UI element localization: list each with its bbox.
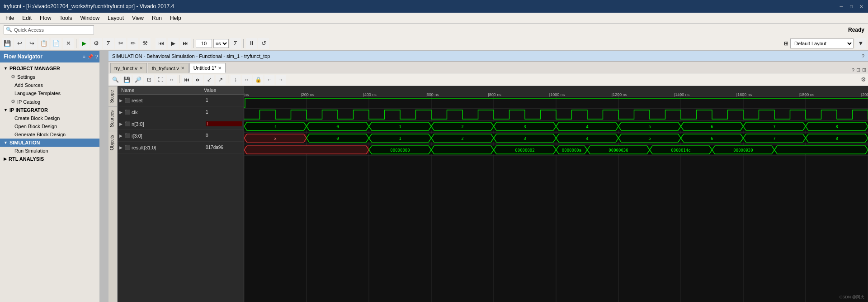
- signal-row-n-bus[interactable]: ▶ ⬛ n[3:0] f: [118, 118, 244, 130]
- maximize-button[interactable]: □: [848, 3, 854, 10]
- tab-untitled1[interactable]: Untitled 1* ✕: [189, 63, 226, 73]
- tab-help-icon[interactable]: ?: [852, 67, 854, 73]
- redo-button[interactable]: ↪: [26, 38, 37, 49]
- wave-lock-button[interactable]: 🔒: [253, 75, 263, 85]
- ready-status: Ready: [848, 27, 864, 33]
- flow-nav-collapse-icon[interactable]: ≡: [82, 54, 85, 60]
- nav-item-ip-catalog[interactable]: ⚙ IP Catalog: [0, 97, 108, 106]
- tab-try-funct[interactable]: try_funct.v ✕: [110, 63, 147, 73]
- waveform-toolbar: 🔍 💾 🔎 ⊡ ⛶ ↔ ⏮ ⏭ ↙ ↗ ↕ ↔ 🔒 ← → ⚙: [108, 73, 868, 86]
- signal-clk-icon: ⬛: [125, 110, 130, 115]
- side-tab-objects[interactable]: Objects: [108, 131, 117, 154]
- nav-item-create-block-design[interactable]: Create Block Design: [0, 114, 108, 122]
- run-button[interactable]: ▶: [79, 38, 90, 49]
- tab-try-funct-close[interactable]: ✕: [139, 66, 143, 71]
- wave-goto-end-button[interactable]: ↙: [204, 75, 214, 85]
- nav-item-add-sources[interactable]: Add Sources: [0, 81, 108, 89]
- delete-button[interactable]: ✕: [63, 38, 74, 49]
- nav-section-project-manager[interactable]: ▼ PROJECT MANAGER: [0, 64, 108, 72]
- sim-play-button[interactable]: ▶: [168, 38, 179, 49]
- flow-nav-pin-icon[interactable]: 📌: [87, 54, 94, 60]
- signal-row-result[interactable]: ▶ ⬛ result[31:0] 017da96: [118, 142, 244, 153]
- close-button[interactable]: ✕: [858, 3, 864, 10]
- wave-next-button[interactable]: →: [276, 75, 286, 85]
- copy-button[interactable]: 📋: [38, 38, 49, 49]
- side-tab-scope[interactable]: Scope: [108, 86, 117, 106]
- tab-tb-tryfunct[interactable]: tb_tryfunct.v ✕: [148, 63, 189, 73]
- toolbar-separator-1: [76, 39, 76, 48]
- wave-add-marker-button[interactable]: ↕: [231, 75, 241, 85]
- wave-zoom-fit-button[interactable]: ⊡: [144, 75, 154, 85]
- nav-item-open-block-design[interactable]: Open Block Design: [0, 122, 108, 130]
- wave-save-button[interactable]: 💾: [122, 75, 132, 85]
- cut-button[interactable]: ✂: [115, 38, 126, 49]
- wave-prev-edge-button[interactable]: ⏭: [193, 75, 203, 85]
- reset-sim-button[interactable]: ↺: [258, 38, 269, 49]
- layout-dropdown-arrow[interactable]: ▼: [855, 38, 866, 49]
- main-toolbar: 💾 ↩ ↪ 📋 📄 ✕ ▶ ⚙ Σ ✂ ✏ ⚒ ⏮ ▶ ⏭ 10 us ns p…: [0, 36, 868, 51]
- signal-reset-name-label: reset: [132, 98, 142, 103]
- tab-untitled1-close[interactable]: ✕: [218, 66, 222, 71]
- signal-row-reset[interactable]: ▶ ⬛ reset 1: [118, 95, 244, 106]
- time-apply-button[interactable]: Σ: [230, 38, 241, 49]
- settings-button[interactable]: ⚙: [91, 38, 102, 49]
- signal-i-expand[interactable]: ▶: [119, 134, 123, 138]
- menu-run[interactable]: Run: [148, 14, 165, 22]
- wave-fit-button[interactable]: ⛶: [156, 75, 165, 85]
- waveform-content: Name Value ▶ ⬛ reset 1: [118, 86, 868, 302]
- time-value-input[interactable]: 10: [196, 39, 212, 48]
- edit-button[interactable]: ✏: [127, 38, 138, 49]
- compile-button[interactable]: ⚒: [140, 38, 151, 49]
- signal-reset-expand[interactable]: ▶: [119, 98, 123, 103]
- undo-button[interactable]: ↩: [14, 38, 25, 49]
- wave-cursor-button[interactable]: ↔: [167, 75, 177, 85]
- tab-restore-icon[interactable]: ⊡: [856, 67, 860, 73]
- minimize-button[interactable]: ─: [838, 3, 844, 10]
- wave-next-edge-button[interactable]: ↗: [216, 75, 226, 85]
- flow-nav-help-icon[interactable]: ?: [95, 54, 98, 60]
- wave-marker-a-button[interactable]: ↔: [242, 75, 252, 85]
- wave-zoom-in-button[interactable]: 🔍: [110, 75, 120, 85]
- nav-item-generate-block-design[interactable]: Generate Block Design: [0, 130, 108, 139]
- menu-view[interactable]: View: [128, 14, 147, 22]
- wave-zoom-out-button[interactable]: 🔎: [133, 75, 143, 85]
- time-unit-select[interactable]: us ns ps: [213, 39, 229, 48]
- signal-name-column-header: Name: [121, 87, 204, 93]
- flow-nav-scrollbar[interactable]: [99, 51, 108, 302]
- signal-result-expand[interactable]: ▶: [119, 145, 123, 150]
- menu-help[interactable]: Help: [166, 14, 185, 22]
- menu-file[interactable]: File: [2, 14, 18, 22]
- nav-section-rtl-analysis[interactable]: ▶ RTL ANALYSIS: [0, 155, 108, 163]
- pause-button[interactable]: ⏸: [246, 38, 257, 49]
- sim-help-icon[interactable]: ?: [862, 53, 864, 59]
- save-button[interactable]: 💾: [2, 38, 13, 49]
- wave-settings-icon[interactable]: ⚙: [861, 76, 866, 83]
- wave-prev-button[interactable]: ←: [264, 75, 274, 85]
- layout-dropdown[interactable]: Default Layout: [790, 38, 854, 48]
- nav-item-run-simulation[interactable]: Run Simulation: [0, 147, 108, 155]
- tab-maximize-icon[interactable]: ⊞: [862, 67, 866, 73]
- nav-item-language-templates[interactable]: Language Templates: [0, 89, 108, 97]
- signal-row-i-bus[interactable]: ▶ ⬛ i[3:0] 0: [118, 130, 244, 142]
- sim-step-button[interactable]: ⏭: [180, 38, 191, 49]
- waveform-display[interactable]: CSDN @阿火: [244, 86, 868, 302]
- signal-n-expand[interactable]: ▶: [119, 122, 123, 126]
- tab-tb-tryfunct-close[interactable]: ✕: [181, 66, 184, 71]
- nav-section-simulation[interactable]: ▼ SIMULATION: [0, 139, 108, 147]
- menu-tools[interactable]: Tools: [56, 14, 75, 22]
- menu-edit[interactable]: Edit: [19, 14, 35, 22]
- nav-item-settings[interactable]: ⚙ Settings: [0, 72, 108, 81]
- quick-access-search[interactable]: 🔍 Quick Access: [4, 25, 94, 34]
- menu-layout[interactable]: Layout: [104, 14, 127, 22]
- paste-button[interactable]: 📄: [51, 38, 61, 49]
- nav-section-ip-integrator[interactable]: ▼ IP INTEGRATOR: [0, 106, 108, 114]
- menu-flow[interactable]: Flow: [36, 14, 55, 22]
- sim-start-button[interactable]: ⏮: [156, 38, 166, 49]
- menu-window[interactable]: Window: [76, 14, 103, 22]
- sum-button[interactable]: Σ: [103, 38, 114, 49]
- signal-clk-expand[interactable]: ▶: [119, 110, 123, 115]
- signal-row-clk[interactable]: ▶ ⬛ clk 1: [118, 106, 244, 118]
- wave-goto-start-button[interactable]: ⏮: [182, 75, 192, 85]
- side-tab-sources[interactable]: Sources: [108, 106, 117, 131]
- waveform-canvas: [244, 86, 868, 302]
